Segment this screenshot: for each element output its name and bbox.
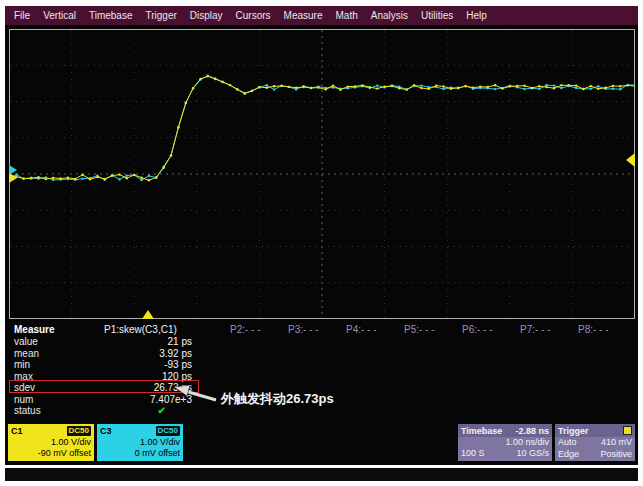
menu-item-cursors[interactable]: Cursors (236, 10, 271, 21)
timebase-samples: 100 S (461, 448, 485, 460)
jitter-annotation: 外触发抖动26.73ps (221, 390, 334, 408)
measure-row-min: min -93 ps (9, 359, 635, 370)
timebase-delay: -2.88 ns (515, 426, 549, 436)
measure-p5-header[interactable]: P5:- - - (404, 324, 435, 335)
measure-panel: Measure P1:skew(C3,C1) P2:- - - P3:- - -… (9, 324, 635, 420)
menu-item-trigger[interactable]: Trigger (145, 10, 176, 21)
measure-p4-header[interactable]: P4:- - - (346, 324, 377, 335)
trigger-source-indicator-icon (623, 426, 632, 435)
row-label: num (14, 394, 33, 405)
timebase-descriptor[interactable]: Timebase -2.88 ns 1.00 ns/div 100 S 10 G… (458, 424, 552, 461)
menu-item-vertical[interactable]: Vertical (43, 10, 76, 21)
taskbar (5, 468, 638, 481)
c3-volts-per-div: 1.00 V/div (97, 437, 183, 448)
menu-bar: File Vertical Timebase Trigger Display C… (5, 6, 638, 25)
menu-item-measure[interactable]: Measure (284, 10, 323, 21)
measure-p3-header[interactable]: P3:- - - (288, 324, 319, 335)
menu-item-file[interactable]: File (14, 10, 30, 21)
menu-item-timebase[interactable]: Timebase (89, 10, 133, 21)
status-check-icon: ✔ (104, 405, 166, 416)
c1-label: C1 (11, 426, 23, 436)
c3-offset-marker-icon[interactable] (9, 165, 17, 175)
trigger-level: 410 mV (601, 437, 632, 449)
c3-label: C3 (100, 426, 112, 436)
row-label: value (14, 336, 38, 347)
row-p1-value: 21 ps (104, 336, 192, 347)
menu-item-utilities[interactable]: Utilities (421, 10, 453, 21)
row-p1-value: -93 ps (104, 359, 192, 370)
trigger-level-marker-icon[interactable] (626, 153, 635, 167)
trigger-label: Trigger (558, 426, 589, 436)
row-p1-value: 3.92 ps (104, 348, 192, 359)
measure-p8-header[interactable]: P8:- - - (578, 324, 609, 335)
screenshot-stage: File Vertical Timebase Trigger Display C… (0, 0, 643, 486)
trigger-slope: Positive (600, 449, 632, 461)
measure-p7-header[interactable]: P7:- - - (520, 324, 551, 335)
measure-p2-header[interactable]: P2:- - - (230, 324, 261, 335)
timebase-scale: 1.00 ns/div (458, 437, 552, 448)
c3-offset: 0 mV offset (97, 448, 183, 459)
measure-p6-header[interactable]: P6:- - - (462, 324, 493, 335)
channel-c1-descriptor[interactable]: C1 DC50 1.00 V/div -90 mV offset (8, 424, 94, 461)
channel-c3-descriptor[interactable]: C3 DC50 1.00 V/div 0 mV offset (97, 424, 183, 461)
row-label: mean (14, 348, 39, 359)
c1-coupling-badge: DC50 (67, 426, 91, 436)
trigger-type: Edge (558, 449, 579, 461)
sdev-highlight-box (9, 380, 199, 393)
menu-item-math[interactable]: Math (336, 10, 358, 21)
waveform-plot (9, 29, 635, 319)
trigger-descriptor[interactable]: Trigger Auto 410 mV Edge Positive (555, 424, 635, 461)
menu-item-display[interactable]: Display (190, 10, 223, 21)
measure-p1-header[interactable]: P1:skew(C3,C1) (104, 324, 177, 335)
timebase-label: Timebase (461, 426, 502, 436)
measure-panel-title: Measure (14, 324, 55, 335)
measure-row-value: value 21 ps (9, 336, 635, 347)
oscilloscope-window: File Vertical Timebase Trigger Display C… (5, 6, 638, 465)
measure-header-row: Measure P1:skew(C3,C1) P2:- - - P3:- - -… (9, 324, 635, 335)
c3-coupling-badge: DC50 (156, 426, 180, 436)
trigger-mode: Auto (558, 437, 577, 449)
trigger-position-marker-icon[interactable] (142, 310, 154, 319)
c1-offset: -90 mV offset (8, 448, 94, 459)
timebase-rate: 10 GS/s (516, 448, 549, 460)
row-label: status (14, 405, 41, 416)
waveform-display (9, 29, 635, 319)
c1-volts-per-div: 1.00 V/div (8, 437, 94, 448)
measure-row-mean: mean 3.92 ps (9, 348, 635, 359)
row-p1-value: 7.407e+3 (104, 394, 192, 405)
menu-item-analysis[interactable]: Analysis (371, 10, 408, 21)
row-label: min (14, 359, 30, 370)
menu-item-help[interactable]: Help (466, 10, 487, 21)
